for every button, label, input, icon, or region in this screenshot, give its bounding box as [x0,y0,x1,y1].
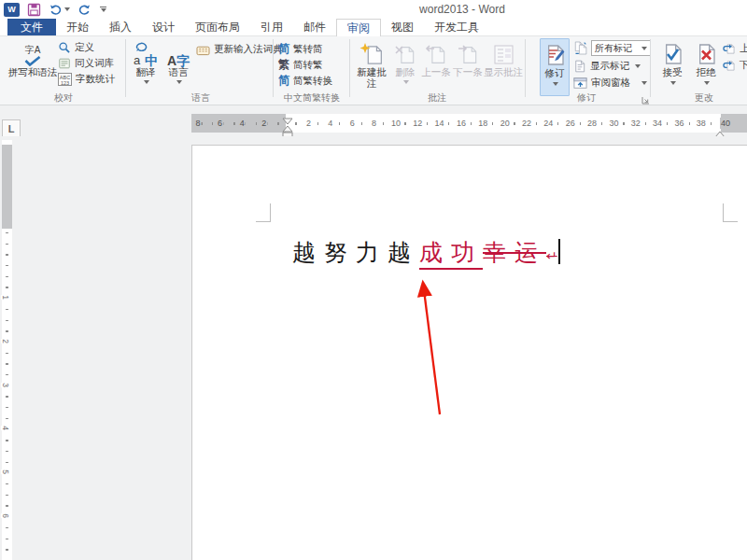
ruler-number: 8 [194,118,201,129]
ruler-number: 28 [586,118,598,129]
markup-mode-combo[interactable]: 所有标记 [591,40,651,56]
track-changes-icon [543,39,567,67]
language-dropdown-icon[interactable] [176,80,182,84]
reject-button[interactable]: 拒绝 [691,38,721,85]
simplified-to-traditional-button[interactable]: 繁 简转繁 [278,57,323,73]
vertical-ruler: 123456 [2,140,12,560]
ruler-number: 5 [1,469,9,474]
group-separator [349,39,350,97]
ruler-number: 16 [456,118,467,129]
text-cursor [558,239,560,264]
ruler-number: 2 [261,118,267,129]
word-count-button[interactable]: ABC 123 字数统计 [58,73,115,86]
language-button[interactable]: A 字 语言 [163,38,193,84]
spelling-grammar-button[interactable]: 字A 拼写和语法 [7,38,58,77]
tracking-dialog-launcher-icon[interactable] [641,92,650,105]
tab-review[interactable]: 审阅 [336,19,381,36]
next-comment-button[interactable]: 下一条 [452,38,484,77]
ruler-number: 30 [608,118,619,129]
group-separator [525,39,526,97]
ruler-number: 6 [217,118,223,129]
thesaurus-button[interactable]: 同义词库 [58,57,114,70]
previous-change-icon [723,43,736,55]
ruler-number: 18 [477,118,488,129]
previous-change-button[interactable]: 上一 [723,42,747,55]
ruler-number: 1 [1,295,9,300]
ruler-number: 2 [1,339,9,343]
ruler-number: 14 [434,118,445,129]
define-icon [58,41,71,54]
update-ime-dictionary-button[interactable]: 更新输入法词典 [196,43,283,56]
language-icon: A 字 [167,38,190,66]
next-change-button[interactable]: 下一 [723,59,747,72]
ribbon: 字A 拼写和语法 定义 同义词库 ABC 123 字数统计 校对 [0,36,747,105]
reviewing-pane-dropdown-icon[interactable] [641,81,647,85]
group-label-proofing: 校对 [7,91,120,104]
text-inserted-tracked: 成功 [419,239,483,270]
t2s-icon: 简 [278,41,289,57]
ruler-number: 38 [696,118,707,129]
accept-dropdown-icon[interactable] [670,81,676,85]
tab-developer[interactable]: 开发工具 [424,19,489,35]
next-comment-icon [457,38,479,66]
tab-design[interactable]: 设计 [142,19,185,35]
traditional-to-simplified-button[interactable]: 简 繁转简 [278,41,323,57]
show-markup-dropdown-icon[interactable] [635,64,641,68]
reject-icon [694,38,718,66]
undo-button[interactable] [49,2,70,17]
accept-button[interactable]: 接受 [657,38,687,85]
ruler-number: 4 [1,427,9,431]
group-separator [650,39,651,97]
convert-button[interactable]: 简 简繁转换 [278,73,332,89]
reviewing-pane-icon [573,77,587,90]
previous-comment-icon [425,38,447,66]
tab-insert[interactable]: 插入 [99,19,142,35]
save-icon[interactable] [27,2,41,17]
delete-comment-button[interactable]: 删除 [392,38,418,84]
translate-dropdown-icon[interactable] [144,80,149,84]
previous-comment-button[interactable]: 上一条 [420,38,452,77]
group-label-changes: 更改 [663,91,745,104]
group-label-comments: 批注 [353,91,521,104]
tab-mailings[interactable]: 邮件 [293,19,336,35]
document-page[interactable] [191,145,747,560]
redo-button[interactable] [78,2,92,17]
ruler-number: 6 [1,513,9,518]
ruler-number: 20 [500,118,511,129]
tab-page-layout[interactable]: 页面布局 [185,19,250,35]
word-logo-icon[interactable]: W [4,3,20,17]
ruler-number: 3 [1,383,9,387]
next-change-icon [723,60,736,72]
deleted-paragraph-mark: ↵ [546,248,557,263]
customize-qat-icon[interactable] [99,7,106,13]
tab-view[interactable]: 视图 [381,19,424,35]
text-deleted-tracked: 幸运 [483,239,546,266]
show-comments-button[interactable]: 显示批注 [484,38,523,77]
show-markup-button[interactable]: 显示标记 [573,60,641,73]
reviewing-pane-button[interactable]: 审阅窗格 [573,77,647,90]
define-button[interactable]: 定义 [58,41,94,54]
ruler-number: 12 [412,118,423,129]
reject-dropdown-icon[interactable] [704,81,710,85]
delete-dropdown-icon[interactable] [403,80,409,84]
show-markup-icon [573,60,586,73]
tab-references[interactable]: 引用 [250,19,293,35]
margin-corner-mark-right [723,203,738,222]
ruler-top-margin [2,145,12,229]
new-comment-button[interactable]: 新建批注 [353,38,390,89]
title-bar: W word2013 - Word [0,0,747,19]
word-window: W word2013 - Word 文件 开始 插入 设计 页面布局 引用 邮件… [0,0,747,560]
tab-file[interactable]: 文件 [7,19,56,35]
s2t-icon: 繁 [278,57,289,73]
group-label-tracking: 修订 [540,91,633,104]
delete-comment-icon [394,38,416,66]
ruler-number: 36 [673,118,684,129]
track-changes-dropdown-icon[interactable] [553,82,558,86]
markup-mode-row: 所有标记 [573,40,651,56]
track-changes-button[interactable]: 修订 [540,38,570,96]
translate-button[interactable]: a 中 翻译 [131,38,161,84]
tab-home[interactable]: 开始 [56,19,99,35]
ruler-number: 8 [371,118,377,129]
tab-stop-selector[interactable]: L [2,119,21,138]
undo-dropdown-icon[interactable] [64,7,70,11]
